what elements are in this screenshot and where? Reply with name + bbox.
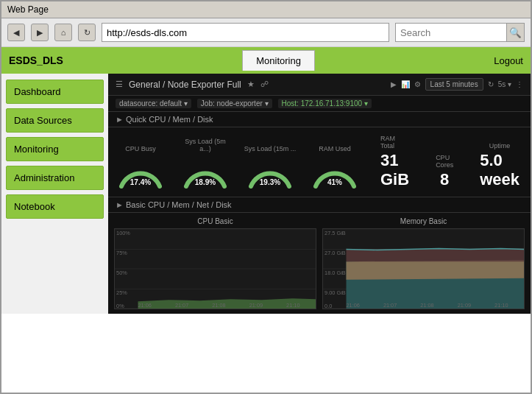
chart-svg-cpu: 100% 75% 50% 25% 0% 21:06 21:07 21:08 21… [115, 229, 316, 309]
home-button[interactable]: ⌂ [54, 24, 72, 41]
tag-host: Host: 172.16.71.13:9100 ▾ [278, 99, 372, 108]
svg-text:50%: 50% [116, 270, 127, 276]
svg-text:17.4%: 17.4% [130, 178, 151, 186]
stat-label-ram-total: RAM Total [380, 135, 409, 149]
forward-button[interactable]: ▶ [31, 24, 49, 41]
stat-cpu-cores: CPU Cores 8 [428, 151, 461, 192]
svg-text:21:08: 21:08 [212, 303, 225, 309]
logout-button[interactable]: Logout [494, 55, 523, 66]
stat-value-uptime: 5.0 week [480, 151, 519, 189]
search-input[interactable] [396, 24, 506, 41]
grafana-content: ☰ General / Node Exporter Full ★ ☍ ▶ 📊 ⚙… [108, 74, 531, 314]
svg-text:75%: 75% [116, 251, 127, 257]
url-input[interactable] [102, 23, 389, 42]
app-title: ESDS_DLS [9, 54, 63, 66]
svg-text:41%: 41% [327, 178, 342, 186]
chart-cpu-basic: CPU Basic 100% 75% 50% [114, 217, 316, 309]
svg-text:21:10: 21:10 [494, 303, 508, 309]
chart-title-memory: Memory Basic [322, 217, 525, 225]
stat-label-uptime: Uptime [489, 142, 511, 149]
chart-memory-basic: Memory Basic 27.5 GiB 27.0 GiB [322, 217, 525, 309]
stat-label-cpu-cores: CPU Cores [436, 154, 453, 169]
gauge-label-cpu-busy: CPU Busy [125, 145, 156, 152]
gauge-label-ram-used: RAM Used [319, 145, 351, 152]
tag-job: Job: node-exporter ▾ [197, 99, 272, 108]
gauges-row: CPU Busy 17.4% Sys Load (5m a...) 18.9% [108, 127, 531, 197]
svg-text:21:09: 21:09 [249, 303, 263, 309]
search-button[interactable]: 🔍 [506, 24, 524, 41]
active-tab[interactable]: Monitoring [242, 50, 315, 71]
stat-value-ram-total: 31 GiB [380, 151, 409, 189]
grafana-title: General / Node Exporter Full [129, 80, 241, 90]
svg-text:0.0: 0.0 [324, 303, 332, 309]
grafana-tags-row: datasource: default ▾ Job: node-exporter… [108, 96, 531, 112]
svg-text:18.0 GiB: 18.0 GiB [324, 270, 346, 276]
chart-area-cpu: 100% 75% 50% 25% 0% 21:06 21:07 21:08 21… [114, 228, 316, 309]
refresh-button[interactable]: ↻ [78, 24, 96, 41]
gauge-sysload5: Sys Load (5m a...) 18.9% [179, 138, 232, 192]
svg-text:21:09: 21:09 [458, 303, 471, 309]
charts-row: CPU Basic 100% 75% 50% [108, 213, 531, 314]
window-title: Web Page [7, 4, 49, 15]
svg-marker-32 [347, 249, 525, 262]
gauge-cpu-busy: CPU Busy 17.4% [114, 145, 167, 192]
search-bar: 🔍 [395, 23, 525, 42]
svg-text:9.00 GiB: 9.00 GiB [324, 291, 346, 297]
chart-area-memory: 27.5 GiB 27.0 GiB 18.0 GiB 9.00 GiB 0.0 [322, 228, 525, 309]
sidebar: Dashboard Data Sources Monitoring Admini… [1, 74, 108, 314]
grafana-header: ☰ General / Node Exporter Full ★ ☍ ▶ 📊 ⚙… [108, 74, 531, 96]
gauge-svg-sysload15: 19.3% [244, 154, 297, 192]
chart-svg-memory: 27.5 GiB 27.0 GiB 18.0 GiB 9.00 GiB 0.0 [323, 229, 524, 309]
stat-value-cpu-cores: 8 [440, 170, 449, 189]
svg-marker-31 [347, 260, 525, 280]
svg-text:27.0 GiB: 27.0 GiB [324, 251, 346, 257]
gauge-svg-sysload5: 18.9% [179, 154, 232, 192]
svg-text:21:07: 21:07 [383, 303, 397, 309]
sidebar-item-data-sources[interactable]: Data Sources [6, 108, 104, 133]
gauge-svg-cpu-busy: 17.4% [114, 154, 167, 192]
section1-header: ► Quick CPU / Mem / Disk [108, 112, 531, 127]
svg-text:25%: 25% [116, 291, 127, 297]
gauge-label-sysload15: Sys Load (15m ... [244, 145, 297, 152]
svg-text:18.9%: 18.9% [195, 178, 216, 186]
gauge-svg-ram-used: 41% [308, 154, 361, 192]
grafana-toolbar: ▶ 📊 ⚙ Last 5 minutes ↻ 5s ▾ ⋮ [391, 78, 523, 91]
gauge-ram-used: RAM Used 41% [308, 145, 361, 192]
app-header: ESDS_DLS Monitoring Logout [1, 47, 531, 74]
sidebar-item-dashboard[interactable]: Dashboard [6, 80, 104, 104]
browser-bar: ◀ ▶ ⌂ ↻ 🔍 [1, 18, 531, 47]
svg-text:0%: 0% [116, 303, 124, 309]
chart-title-cpu: CPU Basic [114, 217, 316, 225]
sidebar-item-monitoring[interactable]: Monitoring [6, 137, 104, 161]
sidebar-item-administration[interactable]: Administration [6, 166, 104, 190]
svg-text:21:06: 21:06 [347, 303, 360, 309]
time-range-selector[interactable]: Last 5 minutes [425, 78, 483, 91]
svg-text:100%: 100% [116, 231, 130, 236]
svg-text:21:08: 21:08 [420, 303, 433, 309]
stat-uptime: Uptime 5.0 week [472, 139, 527, 192]
section2-header: ► Basic CPU / Mem / Net / Disk [108, 197, 531, 213]
gauge-label-sysload5: Sys Load (5m a...) [179, 138, 232, 152]
main-content: Dashboard Data Sources Monitoring Admini… [1, 74, 531, 314]
tag-datasource: datasource: default ▾ [116, 99, 191, 108]
gauge-sysload15: Sys Load (15m ... 19.3% [244, 145, 297, 192]
svg-text:19.3%: 19.3% [260, 178, 280, 186]
sidebar-item-notebook[interactable]: Notebook [6, 194, 104, 219]
app-window: Web Page ◀ ▶ ⌂ ↻ 🔍 ESDS_DLS Monitoring L… [0, 0, 532, 394]
svg-text:21:10: 21:10 [286, 303, 299, 309]
stat-ram-total: RAM Total 31 GiB [373, 132, 416, 192]
title-bar: Web Page [1, 1, 531, 18]
svg-text:21:07: 21:07 [175, 303, 188, 309]
svg-text:27.5 GiB: 27.5 GiB [324, 231, 346, 236]
svg-text:21:06: 21:06 [138, 303, 152, 309]
back-button[interactable]: ◀ [7, 24, 25, 41]
